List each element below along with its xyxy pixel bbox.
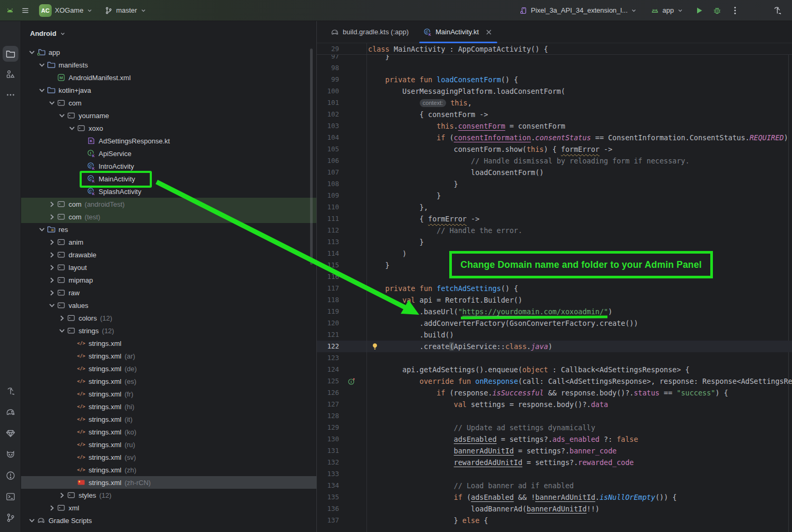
code-line-121[interactable]: 121 .build() (317, 329, 792, 341)
tree-item-strings-xml-ko[interactable]: </>strings.xml(ko) (21, 425, 316, 438)
code-line-116[interactable]: 116 (317, 271, 792, 283)
chevron-right-icon[interactable] (47, 263, 56, 272)
project-widget[interactable]: AC XOGame (36, 2, 96, 19)
tree-item-gradle-scripts[interactable]: Gradle Scripts (21, 514, 316, 527)
tree-item-adsettingsresponse-kt[interactable]: KAdSettingsResponse.kt (21, 134, 316, 147)
code-line-137[interactable]: 137 } else { (317, 515, 792, 526)
chevron-down-icon[interactable] (37, 225, 46, 234)
intention-bulb-icon[interactable] (371, 342, 379, 351)
close-tab-icon[interactable] (485, 28, 493, 36)
chevron-down-icon[interactable] (47, 301, 56, 310)
tab-mainactivity-kt[interactable]: CKMainActivity.kt (416, 21, 500, 43)
chevron-right-icon[interactable] (47, 212, 56, 221)
tree-item-strings-xml-fr[interactable]: </>strings.xml(fr) (21, 388, 316, 400)
problems-tool-button[interactable] (3, 468, 18, 483)
tab-build-gradle-kts-app-[interactable]: build.gradle.kts (:app) (323, 21, 416, 43)
code-editor[interactable]: 97 }9899 private fun loadConsentForm() {… (317, 43, 792, 532)
code-line-135[interactable]: 135 if (adsEnabled && !bannerAdUnitId.is… (317, 491, 792, 503)
code-line-133[interactable]: 133 (317, 468, 792, 480)
code-line-110[interactable]: 110 }, (317, 201, 792, 213)
tree-item-com-test[interactable]: com(test) (21, 210, 316, 223)
chevron-down-icon[interactable] (57, 111, 66, 120)
code-line-119[interactable]: 119 .baseUrl("https://yourdomain.com/xox… (317, 306, 792, 317)
code-line-117[interactable]: 117 private fun fetchAdSettings() { (317, 283, 792, 294)
tree-item-raw[interactable]: raw (21, 286, 316, 299)
resource-manager-tool-button[interactable] (3, 66, 18, 82)
code-line-136[interactable]: 136 loadBannerAd(bannerAdUnitId!!) (317, 503, 792, 515)
chevron-right-icon[interactable] (47, 200, 56, 209)
project-view-selector[interactable]: Android (21, 21, 316, 46)
code-line-115[interactable]: 115 } (317, 259, 792, 271)
code-line-106[interactable]: 106 // Handle dismissal by reloading for… (317, 155, 792, 167)
tree-item-strings-xml-zh[interactable]: </>strings.xml(zh) (21, 463, 316, 476)
tree-scrollbar-thumb[interactable] (310, 49, 313, 265)
tree-item-strings-xml-ar[interactable]: </>strings.xml(ar) (21, 350, 316, 362)
more-tool-windows-button[interactable] (3, 87, 18, 103)
main-menu-icon[interactable] (20, 5, 31, 16)
code-line-109[interactable]: 109 } (317, 190, 792, 201)
code-line-122[interactable]: 122 .create(ApiService::class.java) (317, 341, 792, 352)
tree-item-strings-xml-de[interactable]: </>strings.xml(de) (21, 362, 316, 375)
code-line-134[interactable]: 134 // Load banner ad if enabled (317, 480, 792, 491)
tree-item-mipmap[interactable]: mipmap (21, 274, 316, 286)
chevron-down-icon[interactable] (47, 99, 56, 108)
version-control-tool-button[interactable] (3, 510, 18, 526)
code-line-129[interactable]: 129 // Update ad settings dynamically (317, 422, 792, 433)
code-line-123[interactable]: 123 (317, 352, 792, 364)
tree-item-strings-xml-zhrcn[interactable]: strings.xml(zh-rCN) (21, 476, 316, 489)
chevron-right-icon[interactable] (57, 314, 66, 323)
code-line-120[interactable]: 120 .addConverterFactory(GsonConverterFa… (317, 317, 792, 329)
tree-item-strings-xml-it[interactable]: </>strings.xml(it) (21, 413, 316, 425)
project-tool-button[interactable] (3, 46, 18, 62)
tree-item-values[interactable]: values (21, 299, 316, 312)
chevron-right-icon[interactable] (47, 250, 56, 259)
more-actions-icon[interactable] (730, 5, 740, 16)
code-line-114[interactable]: 114 ) (317, 248, 792, 259)
code-line-100[interactable]: 100 UserMessagingPlatform.loadConsentFor… (317, 85, 792, 97)
tree-item-strings-xml-ru[interactable]: </>strings.xml(ru) (21, 438, 316, 451)
code-line-128[interactable]: 128 (317, 410, 792, 422)
code-line-102[interactable]: 102 { consentForm -> (317, 109, 792, 120)
vcs-branch-widget[interactable]: master (101, 4, 150, 17)
tree-item-introactivity[interactable]: CKIntroActivity (21, 160, 316, 172)
code-line-126[interactable]: 126 if (response.isSuccessful && respons… (317, 387, 792, 399)
code-line-107[interactable]: 107 loadConsentForm() (317, 167, 792, 178)
tree-item-manifests[interactable]: manifests (21, 59, 316, 71)
chevron-down-icon[interactable] (37, 86, 46, 95)
code-line-104[interactable]: 104 if (consentInformation.consentStatus… (317, 132, 792, 143)
tree-item-strings-xml-es[interactable]: </>strings.xml(es) (21, 375, 316, 388)
chevron-right-icon[interactable] (47, 276, 56, 285)
chevron-down-icon[interactable] (37, 61, 46, 70)
chevron-right-icon[interactable] (47, 504, 56, 512)
device-selector[interactable]: Pixel_3a_API_34_extension_l... (516, 4, 641, 17)
terminal-tool-button[interactable] (3, 489, 18, 505)
code-line-98[interactable]: 98 (317, 62, 792, 74)
code-line-132[interactable]: 132 rewardedAdUnitId = settings?.rewarde… (317, 457, 792, 468)
tree-item-xoxo[interactable]: xoxo (21, 122, 316, 134)
tree-item-com-androidtest[interactable]: com(androidTest) (21, 198, 316, 210)
tree-item-mainactivity[interactable]: CKMainActivity (21, 172, 316, 185)
code-line-118[interactable]: 118 val api = Retrofit.Builder() (317, 294, 792, 306)
build-tools-icon[interactable] (772, 5, 783, 16)
tree-item-app[interactable]: app (21, 46, 316, 59)
chevron-down-icon[interactable] (27, 516, 36, 525)
tree-item-apiservice[interactable]: IKApiService (21, 147, 316, 160)
tree-item-anim[interactable]: anim (21, 236, 316, 248)
code-line-111[interactable]: 111 { formError -> (317, 213, 792, 225)
debug-button[interactable] (712, 5, 722, 16)
code-line-130[interactable]: 130 adsEnabled = settings?.ads_enabled ?… (317, 433, 792, 445)
tree-item-drawable[interactable]: drawable (21, 248, 316, 261)
logcat-tool-button[interactable] (3, 447, 18, 462)
tree-item-com[interactable]: com (21, 96, 316, 109)
tree-item-layout[interactable]: layout (21, 261, 316, 274)
code-line-105[interactable]: 105 consentForm.show(this) { formError -… (317, 143, 792, 155)
code-line-99[interactable]: 99 private fun loadConsentForm() { (317, 74, 792, 85)
chevron-down-icon[interactable] (67, 124, 76, 133)
build-tool-button[interactable] (3, 383, 18, 399)
gradle-tool-button[interactable] (3, 404, 18, 420)
tree-item-xml[interactable]: xml (21, 501, 316, 514)
code-line-108[interactable]: 108 } (317, 178, 792, 190)
code-line-103[interactable]: 103 this.consentForm = consentForm (317, 120, 792, 132)
code-line-112[interactable]: 112 // Handle the error. (317, 225, 792, 236)
tree-item-strings-xml-sv[interactable]: </>strings.xml(sv) (21, 451, 316, 463)
